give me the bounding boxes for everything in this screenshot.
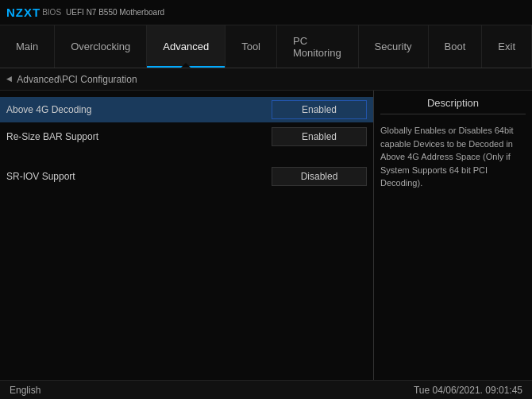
nav-item-pc-monitoring[interactable]: PC Monitoring bbox=[277, 25, 359, 68]
nav-item-overclocking[interactable]: Overclocking bbox=[55, 25, 147, 68]
setting-value[interactable]: Enabled bbox=[272, 100, 367, 119]
setting-value[interactable]: Enabled bbox=[272, 127, 367, 146]
table-row[interactable]: Above 4G DecodingEnabled bbox=[0, 97, 373, 122]
table-row[interactable]: Re-Size BAR SupportEnabled bbox=[0, 124, 373, 149]
description-panel: Description Globally Enables or Disables… bbox=[373, 91, 532, 380]
settings-spacer bbox=[0, 151, 373, 164]
nav-item-main[interactable]: Main bbox=[0, 25, 55, 68]
breadcrumb-back-icon[interactable]: ◄ bbox=[6, 74, 12, 85]
nav-item-boot[interactable]: Boot bbox=[429, 25, 483, 68]
status-bar: English Tue 04/06/2021. 09:01:45 bbox=[0, 380, 532, 399]
breadcrumb: Advanced\PCI Configuration bbox=[17, 74, 137, 85]
description-text: Globally Enables or Disables 64bit capab… bbox=[380, 124, 526, 190]
nav-item-security[interactable]: Security bbox=[359, 25, 429, 68]
nzxt-logo: NZXT bbox=[6, 6, 40, 19]
setting-label: SR-IOV Support bbox=[6, 171, 272, 182]
table-row[interactable]: SR-IOV SupportDisabled bbox=[0, 164, 373, 189]
motherboard-subtitle: UEFI N7 B550 Motherboard bbox=[66, 8, 164, 17]
nav-item-tool[interactable]: Tool bbox=[226, 25, 277, 68]
bios-label: BIOS bbox=[42, 8, 61, 17]
setting-value[interactable]: Disabled bbox=[272, 167, 367, 186]
breadcrumb-bar: ◄ Advanced\PCI Configuration bbox=[0, 68, 532, 91]
top-bar: NZXT BIOS UEFI N7 B550 Motherboard bbox=[0, 0, 532, 25]
nav-item-exit[interactable]: Exit bbox=[482, 25, 532, 68]
status-language: English bbox=[10, 385, 40, 396]
nav-menu: MainOverclockingAdvancedToolPC Monitorin… bbox=[0, 25, 532, 68]
setting-label: Re-Size BAR Support bbox=[6, 131, 272, 142]
main-content: Above 4G DecodingEnabledRe-Size BAR Supp… bbox=[0, 91, 532, 380]
logo-area: NZXT BIOS UEFI N7 B550 Motherboard bbox=[6, 6, 164, 19]
setting-label: Above 4G Decoding bbox=[6, 104, 272, 115]
nav-item-advanced[interactable]: Advanced bbox=[147, 25, 226, 68]
description-title: Description bbox=[380, 97, 526, 114]
settings-panel: Above 4G DecodingEnabledRe-Size BAR Supp… bbox=[0, 91, 373, 380]
status-datetime: Tue 04/06/2021. 09:01:45 bbox=[414, 385, 522, 396]
